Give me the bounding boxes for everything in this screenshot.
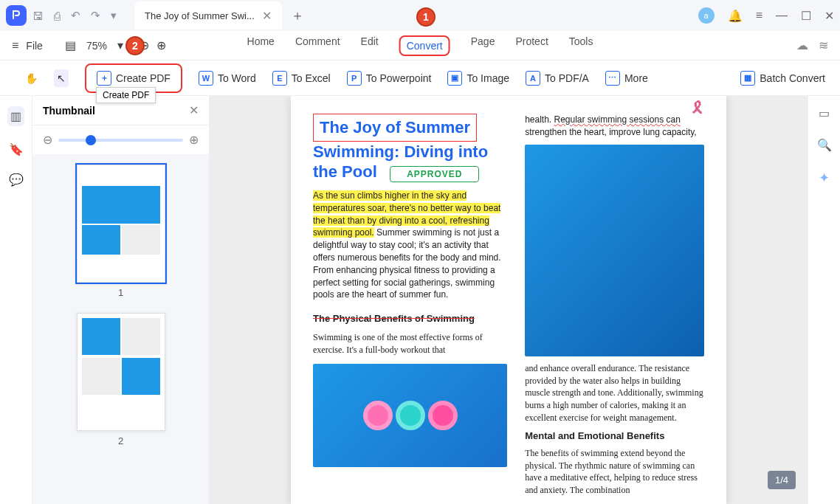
comments-tab-icon[interactable]: 💬: [9, 173, 24, 187]
redo-icon[interactable]: ↷: [91, 9, 100, 22]
thumbnail-zoom: ⊖ ⊕: [32, 125, 209, 154]
quick-actions: 🖫 ⎙ ↶ ↷ ▾: [32, 9, 117, 22]
to-excel-button[interactable]: ETo Excel: [272, 71, 331, 86]
thumb-zoom-out-icon[interactable]: ⊖: [43, 133, 52, 147]
select-tool-icon[interactable]: ↖: [54, 69, 69, 87]
callout-2: 2: [125, 36, 145, 55]
doc-right-column: health. Regular swimming sessions can st…: [525, 114, 704, 497]
ai-icon[interactable]: ✦: [819, 170, 830, 186]
content: ▥ 🔖 💬 Thumbnail ✕ ⊖ ⊕ 1 2 🎗: [0, 96, 840, 504]
more-button[interactable]: ⋯More: [605, 71, 648, 86]
right-p1a: health.: [525, 114, 554, 125]
thumbnails-tab-icon[interactable]: ▥: [7, 106, 24, 126]
to-excel-label: To Excel: [292, 72, 331, 84]
to-ppt-label: To Powerpoint: [366, 72, 432, 84]
thumb-1-label: 1: [118, 287, 123, 298]
close-panel-icon[interactable]: ✕: [189, 103, 199, 117]
thumbnail-title: Thumbnail: [43, 105, 95, 117]
menu-home[interactable]: Home: [247, 35, 275, 56]
section-mental-body: The benefits of swimming extend beyond t…: [525, 447, 704, 497]
document-tab[interactable]: The Joy of Summer Swi... ✕: [134, 1, 282, 30]
menu-comment[interactable]: Comment: [295, 35, 340, 56]
batch-convert-button[interactable]: ▦Batch Convert: [740, 71, 825, 86]
doc-title-block: The Joy of Summer Swimming: Diving into …: [313, 114, 507, 182]
to-word-label: To Word: [218, 72, 256, 84]
menu-tools[interactable]: Tools: [569, 35, 593, 56]
file-menu[interactable]: File: [26, 40, 43, 52]
menu-convert[interactable]: Convert: [399, 35, 450, 56]
search-icon[interactable]: 🔍: [817, 138, 832, 152]
create-pdf-icon: ＋: [97, 71, 111, 86]
thumb-zoom-in-icon[interactable]: ⊕: [189, 133, 199, 147]
create-pdf-tooltip: Create PDF: [96, 87, 156, 103]
more-label: More: [624, 72, 648, 84]
preview-area[interactable]: 🎗 The Joy of Summer Swimming: Diving int…: [210, 96, 808, 504]
section-physical-body: Swimming is one of the most effective fo…: [313, 331, 507, 356]
to-word-button[interactable]: WTo Word: [199, 71, 256, 86]
to-image-button[interactable]: ▣To Image: [447, 71, 509, 86]
right-p1b: Regular swimming sessions can: [554, 114, 681, 125]
section-physical-heading: The Physical Benefits of Swimming: [313, 313, 507, 324]
thumbnail-list[interactable]: 1 2: [32, 154, 209, 504]
bell-icon[interactable]: 🔔: [728, 9, 743, 23]
doc-left-column: The Joy of Summer Swimming: Diving into …: [313, 114, 507, 497]
tab-title: The Joy of Summer Swi...: [145, 10, 255, 21]
dropdown-icon[interactable]: ▾: [111, 9, 117, 22]
ribbon-icon: 🎗: [689, 99, 706, 118]
thumb-2-label: 2: [118, 435, 123, 446]
undo-icon[interactable]: ↶: [71, 9, 80, 22]
batch-label: Batch Convert: [760, 72, 825, 84]
more-icon: ⋯: [605, 71, 620, 86]
menu-right: ☁ ≋: [796, 38, 828, 52]
doc-title-line1: The Joy of Summer: [313, 114, 477, 142]
pool-floats-image: [313, 364, 507, 467]
avatar[interactable]: a: [698, 7, 715, 24]
main-menu: Home Comment Edit Convert Page Protect T…: [247, 35, 593, 56]
thumbnail-page-1[interactable]: 1: [62, 165, 180, 298]
close-icon[interactable]: ✕: [262, 9, 272, 23]
to-image-label: To Image: [467, 72, 509, 84]
thumb-zoom-slider[interactable]: [58, 139, 183, 142]
menu-edit[interactable]: Edit: [361, 35, 379, 56]
overflow-icon[interactable]: ≋: [819, 38, 828, 52]
app-logo: [6, 5, 27, 26]
thumbnail-panel: Thumbnail ✕ ⊖ ⊕ 1 2: [32, 96, 210, 504]
excel-icon: E: [272, 71, 287, 86]
to-pdfa-button[interactable]: ATo PDF/A: [526, 71, 589, 86]
intro-paragraph: As the sun climbs higher in the sky and …: [313, 190, 507, 301]
right-p1c: strengthen the heart, improve lung capac…: [525, 127, 697, 137]
batch-icon: ▦: [740, 71, 755, 86]
close-window-icon[interactable]: ✕: [824, 9, 834, 23]
page-indicator[interactable]: 1/4: [768, 471, 796, 489]
zoom-in-icon[interactable]: ⊕: [156, 38, 166, 52]
menu-protect[interactable]: Protect: [515, 35, 548, 56]
zoom-dropdown-icon[interactable]: ▾: [117, 38, 123, 52]
hamburger-icon[interactable]: ≡: [12, 39, 18, 52]
menu-page[interactable]: Page: [471, 35, 495, 56]
cloud-icon[interactable]: ☁: [796, 38, 808, 52]
intro-rest: Summer swimming is not just a delightful…: [313, 227, 501, 300]
properties-icon[interactable]: ▭: [819, 106, 830, 120]
hand-tool-icon[interactable]: ✋: [25, 72, 38, 84]
new-tab-button[interactable]: ＋: [291, 7, 304, 24]
to-ppt-button[interactable]: PTo Powerpoint: [347, 71, 432, 86]
save-icon[interactable]: 🖫: [32, 10, 44, 22]
maximize-icon[interactable]: ☐: [801, 9, 811, 23]
ppt-icon: P: [347, 71, 362, 86]
bookmark-tab-icon[interactable]: 🔖: [9, 142, 24, 156]
to-pdfa-label: To PDF/A: [545, 72, 589, 84]
zoom-level[interactable]: 75%: [86, 40, 107, 52]
thumbnail-page-2[interactable]: 2: [62, 313, 180, 446]
callout-1: 1: [416, 7, 436, 27]
pdfa-icon: A: [526, 71, 540, 86]
print-icon[interactable]: ⎙: [54, 10, 61, 22]
minimize-icon[interactable]: —: [776, 9, 788, 22]
page-fit-icon[interactable]: ▤: [65, 38, 76, 52]
word-icon: W: [199, 71, 213, 86]
image-icon: ▣: [447, 71, 462, 86]
menu-icon[interactable]: ≡: [756, 9, 762, 22]
approved-stamp: APPROVED: [390, 166, 479, 182]
left-sidebar: ▥ 🔖 💬: [0, 96, 32, 504]
right-p2: and enhance overall endurance. The resis…: [525, 362, 704, 424]
window-controls: a 🔔 ≡ — ☐ ✕: [698, 7, 834, 24]
